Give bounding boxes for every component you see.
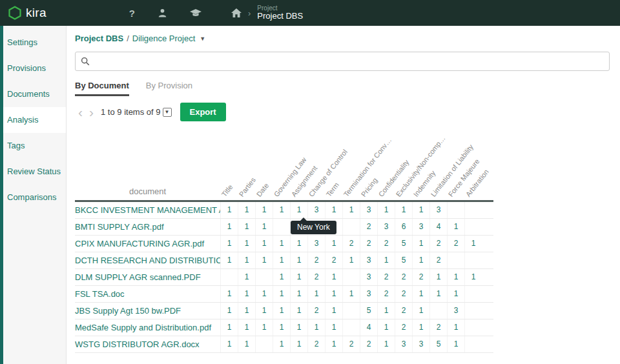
hit-count-cell[interactable]: 1 <box>325 269 342 285</box>
kira-logo[interactable]: kira <box>0 6 46 20</box>
hit-count-cell[interactable]: 1 <box>220 252 238 268</box>
hit-count-cell[interactable]: 3 <box>447 303 464 319</box>
help-icon[interactable]: ? <box>129 8 135 19</box>
document-link[interactable]: BKCC INVESTMENT MANAGEMENT AG... <box>75 205 220 215</box>
hit-count-cell[interactable]: 1 <box>377 202 395 218</box>
hit-count-cell[interactable]: 1 <box>429 286 447 302</box>
export-button[interactable]: Export <box>180 103 226 121</box>
hit-count-cell[interactable]: 1 <box>220 202 238 218</box>
hit-count-cell[interactable]: 1 <box>255 303 273 319</box>
sidebar-item-documents[interactable]: Documents <box>0 81 66 107</box>
hit-count-cell[interactable]: 3 <box>377 219 395 235</box>
hit-count-cell[interactable]: 1 <box>255 286 273 302</box>
hit-count-cell[interactable]: 1 <box>273 252 290 268</box>
project-name-link[interactable]: Project DBS <box>75 34 123 43</box>
hit-count-cell[interactable]: 1 <box>325 319 342 336</box>
hit-count-cell[interactable]: 1 <box>238 236 255 252</box>
hit-count-cell[interactable]: 1 <box>273 303 290 319</box>
hit-count-cell[interactable]: 1 <box>220 336 238 352</box>
hit-count-cell[interactable]: 2 <box>360 219 377 235</box>
document-link[interactable]: DCTH RESEARCH AND DISTRIBUTION A... <box>75 256 220 265</box>
document-link[interactable]: BMTI SUPPLY AGR.pdf <box>75 222 220 232</box>
hit-count-cell[interactable]: 1 <box>464 236 482 252</box>
hit-count-cell[interactable]: 1 <box>255 219 273 235</box>
hit-count-cell[interactable]: 1 <box>412 319 429 336</box>
hit-count-cell[interactable]: 1 <box>377 319 395 336</box>
hit-count-cell[interactable] <box>342 303 360 319</box>
view-name-link[interactable]: Diligence Project <box>132 34 196 43</box>
home-icon[interactable] <box>231 8 242 17</box>
hit-count-cell[interactable]: 2 <box>307 336 325 352</box>
hit-count-cell[interactable]: 1 <box>255 202 273 218</box>
hit-count-cell[interactable]: 1 <box>273 269 290 285</box>
hit-count-cell[interactable]: 2 <box>360 236 377 252</box>
chevron-down-icon[interactable]: ▼ <box>200 35 205 42</box>
hit-count-cell[interactable]: 1 <box>238 336 255 352</box>
hit-count-cell[interactable]: 2 <box>342 236 360 252</box>
hit-count-cell[interactable]: 1 <box>290 286 307 302</box>
document-link[interactable]: WSTG DISTRIBUTOR AGR.docx <box>75 339 220 349</box>
hit-count-cell[interactable]: 5 <box>360 303 377 319</box>
hit-count-cell[interactable]: 1 <box>395 202 412 218</box>
hit-count-cell[interactable]: 1 <box>238 202 255 218</box>
hit-count-cell[interactable]: 3 <box>360 252 377 268</box>
hit-count-cell[interactable]: 2 <box>307 252 325 268</box>
hit-count-cell[interactable]: 1 <box>238 286 255 302</box>
hit-count-cell[interactable]: 2 <box>447 236 464 252</box>
hit-count-cell[interactable]: 1 <box>342 202 360 218</box>
hit-count-cell[interactable]: 1 <box>447 319 464 336</box>
hit-count-cell[interactable]: 2 <box>342 336 360 352</box>
hit-count-cell[interactable]: 2 <box>360 336 377 352</box>
hit-count-cell[interactable]: 1 <box>255 236 273 252</box>
hit-count-cell[interactable]: 1 <box>307 286 325 302</box>
sidebar-item-review-status[interactable]: Review Status <box>0 159 66 185</box>
hit-count-cell[interactable]: 2 <box>307 269 325 285</box>
user-icon[interactable] <box>158 8 167 17</box>
hit-count-cell[interactable]: 1 <box>447 219 464 235</box>
hit-count-cell[interactable]: 2 <box>395 303 412 319</box>
hit-count-cell[interactable]: 1 <box>325 336 342 352</box>
hit-count-cell[interactable] <box>464 336 482 352</box>
hit-count-cell[interactable]: 2 <box>429 236 447 252</box>
hit-count-cell[interactable] <box>464 202 482 218</box>
hit-count-cell[interactable] <box>447 202 464 218</box>
hit-count-cell[interactable]: 1 <box>325 303 342 319</box>
previous-page-icon[interactable]: ‹ <box>75 106 86 119</box>
hit-count-cell[interactable]: 1 <box>290 202 307 218</box>
hit-count-cell[interactable]: 2 <box>377 286 395 302</box>
document-link[interactable]: CPIX MANUFACTURING AGR.pdf <box>75 239 220 248</box>
sidebar-item-provisions[interactable]: Provisions <box>0 56 66 81</box>
page-size-dropdown-icon[interactable]: ▼ <box>163 108 172 117</box>
hit-count-cell[interactable]: 2 <box>325 252 342 268</box>
breadcrumb-project-title[interactable]: Project DBS <box>257 12 303 21</box>
hit-count-cell[interactable]: 1 <box>412 236 429 252</box>
hit-count-cell[interactable]: 1 <box>238 269 255 285</box>
hit-count-cell[interactable]: 1 <box>342 252 360 268</box>
hit-count-cell[interactable]: 1 <box>447 286 464 302</box>
hit-count-cell[interactable]: 1 <box>377 303 395 319</box>
hit-count-cell[interactable]: 1 <box>255 319 273 336</box>
hit-count-cell[interactable]: 1 <box>273 236 290 252</box>
hit-count-cell[interactable] <box>464 286 482 302</box>
hit-count-cell[interactable]: 1 <box>412 286 429 302</box>
hit-count-cell[interactable]: 3 <box>412 219 429 235</box>
hit-count-cell[interactable]: 1 <box>342 286 360 302</box>
next-page-icon[interactable]: › <box>86 106 97 119</box>
hit-count-cell[interactable]: 1 <box>325 286 342 302</box>
hit-count-cell[interactable]: 2 <box>395 319 412 336</box>
hit-count-cell[interactable]: 1 <box>464 269 482 285</box>
hit-count-cell[interactable] <box>342 269 360 285</box>
hit-count-cell[interactable]: 1 <box>307 319 325 336</box>
hit-count-cell[interactable] <box>342 319 360 336</box>
hit-count-cell[interactable]: 1 <box>325 202 342 218</box>
hit-count-cell[interactable]: 3 <box>360 269 377 285</box>
hit-count-cell[interactable]: 2 <box>377 269 395 285</box>
hit-count-cell[interactable]: 1 <box>325 236 342 252</box>
document-link[interactable]: FSL TSA.doc <box>75 289 220 299</box>
hit-count-cell[interactable]: 1 <box>220 236 238 252</box>
hit-count-cell[interactable]: 1 <box>220 303 238 319</box>
training-cap-icon[interactable] <box>190 9 202 17</box>
hit-count-cell[interactable]: 1 <box>290 336 307 352</box>
hit-count-cell[interactable]: 2 <box>377 236 395 252</box>
hit-count-cell[interactable]: 1 <box>238 219 255 235</box>
